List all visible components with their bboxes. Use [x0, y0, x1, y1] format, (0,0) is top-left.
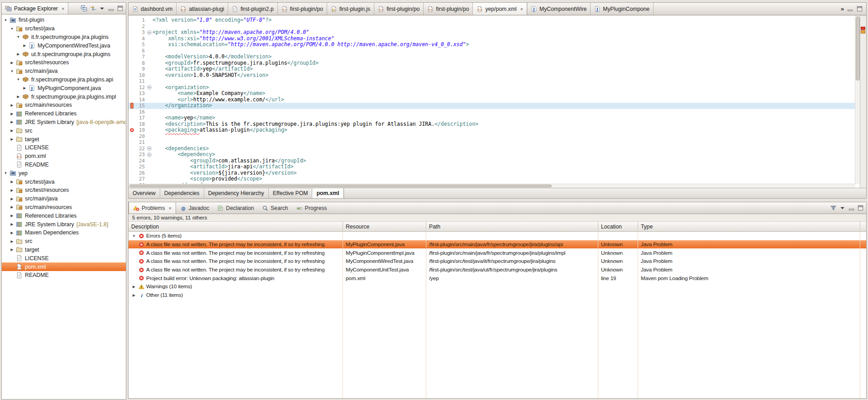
- code-line[interactable]: 16: [129, 109, 855, 115]
- tree-item[interactable]: ▶src: [2, 237, 126, 246]
- tree-item[interactable]: ▼src/main/java: [2, 67, 126, 76]
- tree-item[interactable]: ▼it.fr.spectrumgroupe.jira.plugins: [2, 33, 126, 42]
- expand-arrow-icon[interactable]: ▶: [10, 248, 14, 252]
- tree-item[interactable]: ▶JRE System Library[JavaSE-1.8]: [2, 220, 126, 229]
- tree-item[interactable]: ▼Mfirst-plugin: [2, 16, 126, 24]
- maximize-icon[interactable]: [857, 205, 864, 211]
- scrollbar-thumb[interactable]: [856, 16, 860, 81]
- expand-arrow-icon[interactable]: ▶: [22, 43, 27, 48]
- editor-tab[interactable]: JSfirst-plugin.js: [327, 3, 374, 15]
- code-line[interactable]: 2: [129, 24, 855, 30]
- editor-tab[interactable]: dashbord.vm: [129, 3, 176, 15]
- pom-page-tab-overview[interactable]: Overview: [129, 188, 160, 198]
- editor-tab[interactable]: <>first-plugin/po: [424, 3, 473, 15]
- problems-row[interactable]: A class file was not written. The projec…: [129, 266, 866, 274]
- code-line[interactable]: 9 <artifactId>yep</artifactId>: [129, 66, 855, 72]
- editor-tab[interactable]: <>yep/pom.xml×: [473, 3, 527, 15]
- collapse-all-icon[interactable]: [81, 5, 87, 12]
- tree-item[interactable]: ▶Referenced Libraries: [2, 211, 126, 220]
- pom-page-tab-dependency-hierarchy[interactable]: Dependency Hierarchy: [204, 188, 269, 198]
- expand-arrow-icon[interactable]: ▶: [10, 61, 14, 65]
- editor-tab[interactable]: <>first-plugin/po: [374, 3, 424, 15]
- tree-item[interactable]: ▶src/test/java: [2, 177, 126, 186]
- view-tab-declaration[interactable]: Declaration: [213, 202, 258, 214]
- expand-arrow-icon[interactable]: ▶: [10, 120, 14, 124]
- code-line[interactable]: 8 <groupId>fr.spectrumgroupe.jira.plugin…: [129, 60, 855, 67]
- problems-row[interactable]: A class file was not written. The projec…: [129, 240, 866, 249]
- problems-row[interactable]: Project build error: Unknown packaging: …: [129, 274, 866, 282]
- expand-arrow-icon[interactable]: ▶: [131, 285, 137, 289]
- problems-row[interactable]: A class file was not written. The projec…: [129, 248, 866, 257]
- fold-collapse-icon[interactable]: [146, 146, 153, 151]
- collapse-arrow-icon[interactable]: ▼: [10, 27, 14, 31]
- tree-item[interactable]: ▶src/test/resources: [2, 186, 126, 195]
- tree-item[interactable]: <>pom.xml: [2, 152, 126, 161]
- tree-item[interactable]: ▶src/main/resources: [2, 203, 126, 212]
- code-line[interactable]: 23 <dependency>: [129, 152, 855, 158]
- expand-arrow-icon[interactable]: ▶: [10, 205, 14, 209]
- expand-arrow-icon[interactable]: ▶: [10, 129, 14, 133]
- code-line[interactable]: 5 xsi:schemaLocation="http://maven.apach…: [129, 42, 855, 48]
- close-icon[interactable]: ×: [62, 6, 64, 11]
- tree-item[interactable]: ▶Maven Dependencies: [2, 229, 126, 237]
- horizontal-sash[interactable]: [128, 199, 867, 202]
- collapse-arrow-icon[interactable]: ▼: [10, 69, 14, 73]
- column-header-location[interactable]: Location: [598, 222, 638, 231]
- tree-item[interactable]: ▶fr.spectrumgroupe.jira.plugins.impl: [2, 92, 126, 101]
- collapse-arrow-icon[interactable]: ▼: [3, 18, 8, 22]
- tree-item[interactable]: ▼src/test/java: [2, 24, 126, 33]
- minimize-icon[interactable]: [848, 205, 855, 211]
- column-header-type[interactable]: Type: [638, 222, 860, 231]
- fold-collapse-icon[interactable]: [146, 85, 153, 90]
- pom-page-tab-pom-xml[interactable]: pom.xml: [312, 188, 343, 198]
- close-icon[interactable]: ×: [168, 205, 171, 211]
- code-line[interactable]: 14 <url>http://www.example.com/</url>: [129, 97, 855, 103]
- gutter-marker-column[interactable]: [129, 128, 135, 133]
- code-line[interactable]: 25 <artifactId>jira-api</artifactId>: [129, 164, 855, 170]
- editor-tab[interactable]: JMyPluginCompone: [591, 3, 653, 15]
- tree-item[interactable]: ▶target: [2, 135, 126, 143]
- tree-item[interactable]: ▶target: [2, 246, 126, 254]
- expand-arrow-icon[interactable]: ▶: [16, 95, 21, 99]
- view-tab-javadoc[interactable]: @Javadoc: [176, 202, 213, 214]
- tree-item[interactable]: ▶src/test/resources: [2, 58, 126, 67]
- code-line[interactable]: 27 <scope>provided</scope>: [129, 176, 855, 182]
- tree-item[interactable]: ▶Referenced Libraries: [2, 110, 126, 118]
- code-line[interactable]: 18 <description>This is the fr.spectrumg…: [129, 121, 855, 128]
- tree-item[interactable]: ▶src/main/resources: [2, 101, 126, 110]
- expand-arrow-icon[interactable]: ▶: [16, 52, 21, 56]
- problems-group-row[interactable]: ▼Errors (5 items): [129, 232, 866, 240]
- code-line[interactable]: 20: [129, 133, 855, 140]
- close-icon[interactable]: ×: [520, 6, 523, 12]
- tree-item[interactable]: README: [2, 271, 126, 280]
- collapse-arrow-icon[interactable]: ▼: [3, 171, 8, 175]
- expand-arrow-icon[interactable]: ▶: [10, 137, 14, 141]
- collapse-arrow-icon[interactable]: ▼: [131, 234, 137, 238]
- tab-overflow-chevron[interactable]: »: [841, 5, 844, 12]
- tree-item[interactable]: README: [2, 161, 126, 169]
- code-line[interactable]: 1<?xml version="1.0" encoding="UTF-8"?>: [129, 17, 855, 24]
- code-line[interactable]: 26 <version>${jira.version}</version>: [129, 170, 855, 176]
- error-annotation-marker[interactable]: [861, 27, 865, 30]
- column-header-description[interactable]: Description: [129, 222, 343, 231]
- code-line[interactable]: 13 <name>Example Company</name>: [129, 90, 855, 97]
- warning-annotation-marker[interactable]: [861, 30, 865, 33]
- collapse-arrow-icon[interactable]: ▼: [16, 77, 21, 81]
- code-line[interactable]: 12 <organization>: [129, 85, 855, 91]
- editor-tab[interactable]: JMyComponentWire: [527, 3, 591, 15]
- minimize-icon[interactable]: [847, 5, 854, 12]
- expand-arrow-icon[interactable]: ▶: [10, 188, 14, 192]
- problems-row[interactable]: A class file was not written. The projec…: [129, 257, 866, 266]
- code-line[interactable]: 10 <version>1.0.0-SNAPSHOT</version>: [129, 72, 855, 79]
- problems-group-row[interactable]: ▶Warnings (10 items): [129, 282, 866, 291]
- pom-page-tab-dependencies[interactable]: Dependencies: [160, 188, 204, 198]
- expand-arrow-icon[interactable]: ▶: [10, 180, 14, 184]
- tree-item[interactable]: ▼Myep: [2, 169, 126, 177]
- maximize-icon[interactable]: [856, 5, 863, 12]
- code-line[interactable]: 3<project xmlns="http://maven.apache.org…: [129, 29, 855, 36]
- fold-collapse-icon[interactable]: [146, 30, 153, 35]
- expand-arrow-icon[interactable]: ▶: [22, 86, 27, 90]
- tree-item[interactable]: ▼fr.spectrumgroupe.jira.plugins.api: [2, 76, 126, 84]
- tree-item[interactable]: ▶JMyPluginComponent.java: [2, 84, 126, 92]
- expand-arrow-icon[interactable]: ▶: [10, 239, 14, 243]
